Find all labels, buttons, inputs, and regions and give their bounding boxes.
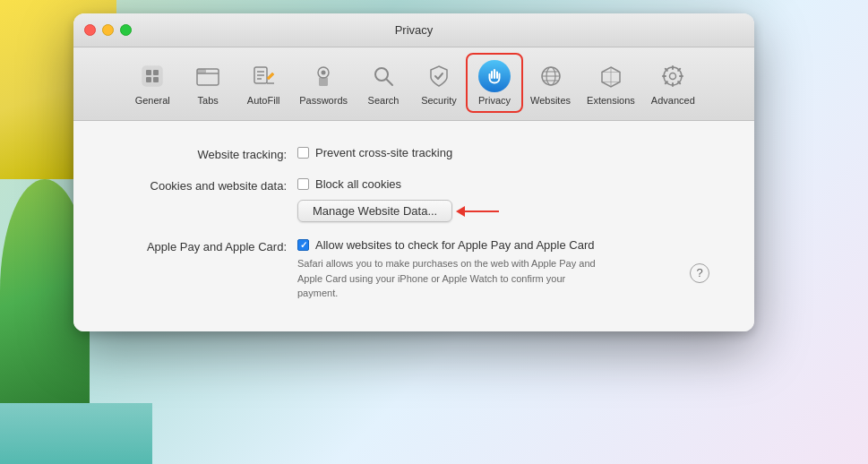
maximize-button[interactable] xyxy=(120,24,132,36)
passwords-label: Passwords xyxy=(299,95,348,106)
close-button[interactable] xyxy=(84,24,96,36)
preferences-window: Privacy General xyxy=(73,13,754,331)
svg-rect-2 xyxy=(153,70,159,75)
svg-rect-14 xyxy=(319,77,328,86)
advanced-icon xyxy=(657,60,689,92)
manage-btn-row: Manage Website Data... xyxy=(297,200,499,222)
toolbar-item-general[interactable]: General xyxy=(125,55,179,111)
minimize-button[interactable] xyxy=(102,24,114,36)
apple-pay-description: Safari allows you to make purchases on t… xyxy=(297,256,602,301)
tabs-label: Tabs xyxy=(198,95,219,106)
block-cookies-checkbox[interactable] xyxy=(297,178,309,190)
apple-pay-label: Apple Pay and Apple Card: xyxy=(100,238,297,253)
apple-pay-checkbox[interactable] xyxy=(297,239,309,251)
arrow-indicator xyxy=(463,211,499,212)
apple-pay-checkbox-label: Allow websites to check for Apple Pay an… xyxy=(315,238,594,252)
website-tracking-controls: Prevent cross-site tracking xyxy=(297,146,452,159)
svg-line-17 xyxy=(386,79,392,85)
toolbar-item-privacy[interactable]: Privacy xyxy=(468,55,521,111)
toolbar-item-search[interactable]: Search xyxy=(357,55,410,111)
prevent-tracking-checkbox[interactable] xyxy=(297,147,309,159)
security-icon xyxy=(423,60,455,92)
websites-label: Websites xyxy=(530,95,571,106)
block-cookies-label: Block all cookies xyxy=(315,177,401,191)
website-tracking-label: Website tracking: xyxy=(100,146,297,161)
search-icon xyxy=(367,60,400,92)
autofill-icon xyxy=(247,60,279,92)
apple-pay-controls: Allow websites to check for Apple Pay an… xyxy=(297,238,602,301)
prevent-tracking-label: Prevent cross-site tracking xyxy=(315,146,452,159)
tabs-icon xyxy=(192,60,224,92)
help-button[interactable]: ? xyxy=(690,263,709,283)
toolbar-item-tabs[interactable]: Tabs xyxy=(181,55,235,111)
autofill-label: AutoFill xyxy=(247,95,280,106)
websites-icon xyxy=(535,60,567,92)
toolbar-item-websites[interactable]: Websites xyxy=(523,55,578,111)
svg-point-15 xyxy=(322,71,326,75)
svg-rect-1 xyxy=(146,70,151,75)
toolbar-item-advanced[interactable]: Advanced xyxy=(644,55,702,111)
cookies-row: Cookies and website data: Block all cook… xyxy=(100,177,727,222)
arrow-line xyxy=(463,211,499,212)
toolbar-item-security[interactable]: Security xyxy=(412,55,466,111)
toolbar-item-extensions[interactable]: Extensions xyxy=(580,55,642,111)
cookies-label: Cookies and website data: xyxy=(100,177,297,193)
apple-pay-row: Apple Pay and Apple Card: Allow websites… xyxy=(100,238,727,301)
search-label: Search xyxy=(368,95,400,106)
manage-website-data-button[interactable]: Manage Website Data... xyxy=(297,200,452,222)
block-cookies-row: Block all cookies xyxy=(297,177,499,191)
svg-rect-4 xyxy=(153,77,159,82)
passwords-icon xyxy=(307,60,339,92)
extensions-icon xyxy=(595,60,627,92)
privacy-label: Privacy xyxy=(478,95,511,106)
prevent-tracking-row: Prevent cross-site tracking xyxy=(297,146,452,159)
advanced-label: Advanced xyxy=(651,95,695,106)
apple-pay-checkbox-row: Allow websites to check for Apple Pay an… xyxy=(297,238,602,252)
bg-photo-teal-left xyxy=(0,403,152,464)
website-tracking-row: Website tracking: Prevent cross-site tra… xyxy=(100,146,727,161)
general-icon xyxy=(136,60,168,92)
traffic-lights xyxy=(84,24,132,36)
window-title: Privacy xyxy=(395,23,434,37)
cookies-controls: Block all cookies Manage Website Data... xyxy=(297,177,499,222)
content-wrapper: Website tracking: Prevent cross-site tra… xyxy=(100,146,727,301)
svg-point-24 xyxy=(670,73,676,80)
title-bar: Privacy xyxy=(73,13,754,47)
privacy-icon xyxy=(478,60,511,92)
content-area: Website tracking: Prevent cross-site tra… xyxy=(73,121,754,331)
toolbar: General Tabs xyxy=(73,47,754,121)
general-label: General xyxy=(135,95,170,106)
toolbar-item-autofill[interactable]: AutoFill xyxy=(236,55,290,111)
svg-rect-3 xyxy=(146,77,151,82)
toolbar-item-passwords[interactable]: Passwords xyxy=(292,55,355,111)
svg-rect-0 xyxy=(142,66,162,86)
security-label: Security xyxy=(421,95,457,106)
extensions-label: Extensions xyxy=(587,95,635,106)
